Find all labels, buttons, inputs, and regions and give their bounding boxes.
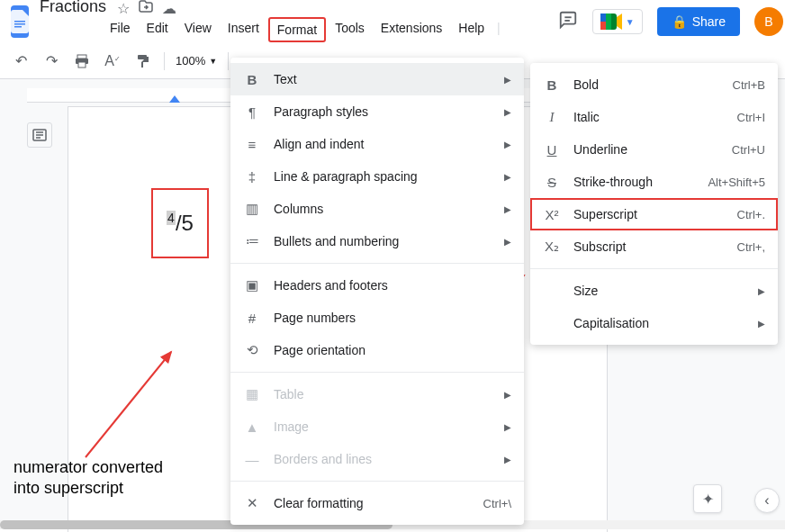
menu-separator: | [493, 17, 504, 42]
svg-rect-12 [78, 62, 86, 68]
text-item-bold[interactable]: BBoldCtrl+B [530, 68, 778, 101]
svg-rect-2 [14, 26, 22, 28]
format-item-line-paragraph-spacing[interactable]: ‡Line & paragraph spacing▶ [230, 160, 524, 193]
zoom-selector[interactable]: 100% ▼ [172, 54, 221, 68]
menu-shortcut: Ctrl+\ [483, 497, 511, 510]
format-item-label: Paragraph styles [274, 104, 504, 119]
text-item-italic[interactable]: IItalicCtrl+I [530, 101, 778, 133]
text-item-size[interactable]: Size▶ [530, 275, 778, 307]
submenu-arrow-icon: ▶ [504, 204, 511, 214]
meet-button[interactable]: ▼ [592, 9, 643, 34]
format-item-borders-and-lines: —Borders and lines▶ [230, 443, 524, 475]
format-item-icon: ▣ [243, 276, 261, 294]
text-item-label: Italic [573, 110, 737, 124]
format-item-label: Columns [274, 202, 504, 216]
format-item-label: Image [274, 419, 504, 434]
svg-marker-9 [617, 14, 622, 30]
format-item-headers-and-footers[interactable]: ▣Headers and footers [230, 269, 524, 302]
submenu-arrow-icon: ▶ [504, 75, 511, 85]
paint-format-button[interactable] [130, 48, 157, 75]
menu-view[interactable]: View [177, 17, 219, 42]
menu-insert[interactable]: Insert [221, 17, 266, 42]
annotation-text: numerator converted into superscript [14, 457, 163, 500]
format-item-page-numbers[interactable]: #Page numbers [230, 302, 524, 334]
format-item-label: Table [274, 387, 504, 401]
format-item-label: Line & paragraph spacing [274, 169, 504, 184]
format-item-table: ▦Table▶ [230, 378, 524, 410]
format-item-separator [230, 372, 524, 373]
menu-format[interactable]: Format [268, 17, 326, 42]
format-item-clear-formatting[interactable]: ✕Clear formattingCtrl+\ [230, 487, 524, 519]
menu-shortcut: Ctrl+B [733, 78, 765, 92]
format-item-paragraph-styles[interactable]: ¶Paragraph styles▶ [230, 95, 524, 128]
format-item-label: Bullets and numbering [274, 234, 504, 248]
menu-edit[interactable]: Edit [140, 17, 176, 42]
submenu-arrow-icon: ▶ [504, 390, 511, 400]
format-item-label: Page numbers [274, 311, 511, 325]
menu-file[interactable]: File [103, 17, 138, 42]
text-item-icon: I [543, 108, 561, 126]
text-item-icon: X₂ [543, 238, 561, 256]
undo-button[interactable]: ↶ [7, 48, 34, 75]
menu-shortcut: Ctrl+, [737, 240, 765, 254]
spellcheck-button[interactable]: A✓ [99, 48, 126, 75]
star-icon[interactable]: ☆ [117, 0, 130, 17]
text-item-superscript[interactable]: X²SuperscriptCtrl+. [530, 198, 778, 230]
svg-rect-10 [77, 55, 86, 59]
text-item-label: Subscript [573, 239, 737, 254]
ruler-indent-marker[interactable] [169, 94, 180, 103]
cloud-icon[interactable]: ☁ [162, 0, 176, 17]
submenu-arrow-icon: ▶ [504, 140, 511, 149]
explore-button[interactable]: ✦ [693, 484, 722, 513]
outline-toggle-button[interactable] [27, 122, 52, 148]
menu-help[interactable]: Help [451, 17, 492, 42]
move-icon[interactable] [139, 0, 153, 16]
format-item-label: Headers and footers [274, 278, 511, 293]
chevron-down-icon: ▼ [626, 17, 635, 27]
comment-history-icon[interactable] [558, 10, 578, 34]
redo-button[interactable]: ↷ [38, 48, 65, 75]
format-item-separator [230, 263, 524, 264]
text-item-icon: X² [543, 205, 561, 223]
text-item-capitalisation[interactable]: Capitalisation▶ [530, 307, 778, 339]
svg-rect-6 [600, 14, 606, 22]
submenu-arrow-icon: ▶ [758, 286, 765, 296]
text-item-separator [530, 268, 778, 269]
format-item-label: Page orientation [274, 343, 511, 357]
fraction-highlight: 4/5 [151, 188, 209, 258]
text-item-underline[interactable]: UUnderlineCtrl+U [530, 133, 778, 166]
print-button[interactable] [68, 48, 95, 75]
format-item-icon: ✕ [243, 494, 261, 512]
svg-rect-8 [606, 14, 611, 30]
menu-extensions[interactable]: Extensions [374, 17, 449, 42]
format-item-page-orientation[interactable]: ⟲Page orientation [230, 334, 524, 366]
format-item-image: ▲Image▶ [230, 410, 524, 443]
lock-icon: 🔒 [672, 14, 687, 29]
format-item-align-and-indent[interactable]: ≡Align and indent▶ [230, 128, 524, 160]
docs-logo-icon[interactable] [11, 5, 29, 38]
format-item-text[interactable]: BText▶ [230, 63, 524, 95]
avatar[interactable]: B [754, 7, 783, 36]
submenu-arrow-icon: ▶ [504, 455, 511, 464]
format-item-label: Clear formatting [274, 496, 483, 510]
side-panel-toggle[interactable]: ‹ [754, 488, 780, 513]
format-item-icon: ▦ [243, 385, 261, 403]
format-item-icon: ⟲ [243, 341, 261, 359]
format-item-columns[interactable]: ▥Columns▶ [230, 193, 524, 225]
submenu-arrow-icon: ▶ [758, 319, 765, 329]
svg-rect-0 [14, 21, 25, 23]
document-title[interactable]: Fractions [40, 0, 106, 16]
menu-shortcut: Ctrl+U [732, 143, 765, 157]
submenu-arrow-icon: ▶ [504, 237, 511, 247]
format-item-icon: ≔ [243, 232, 261, 250]
text-item-strike-through[interactable]: SStrike-throughAlt+Shift+5 [530, 166, 778, 198]
share-button[interactable]: 🔒 Share [657, 7, 740, 36]
format-item-icon: — [243, 450, 261, 468]
header: Fractions ☆ ☁ FileEditViewInsertFormatTo… [0, 0, 785, 43]
submenu-arrow-icon: ▶ [504, 422, 511, 432]
text-item-subscript[interactable]: X₂SubscriptCtrl+, [530, 230, 778, 263]
menu-tools[interactable]: Tools [328, 17, 372, 42]
fraction-text[interactable]: 4/5 [167, 211, 194, 236]
text-item-label: Underline [573, 142, 732, 157]
format-item-bullets-and-numbering[interactable]: ≔Bullets and numbering▶ [230, 225, 524, 257]
